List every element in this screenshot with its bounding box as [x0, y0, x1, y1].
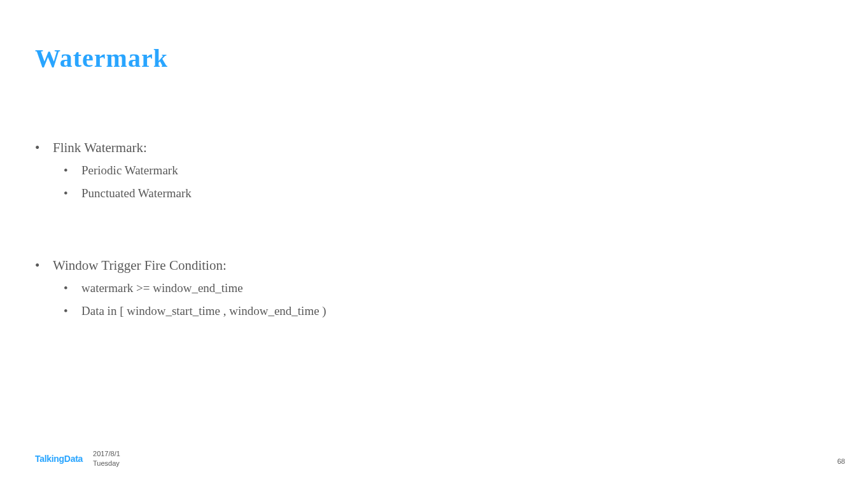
bullet-dot-icon: •	[35, 258, 53, 274]
bullet-dot-icon: •	[35, 140, 53, 156]
footer-day: Tuesday	[93, 459, 120, 468]
section2-heading: Window Trigger Fire Condition:	[53, 258, 227, 274]
bullet-item: • Periodic Watermark	[64, 164, 833, 178]
section1-item1: Punctuated Watermark	[81, 186, 192, 200]
section2-item1: Data in [ window_start_time , window_end…	[81, 304, 326, 318]
bullet-section2: • Window Trigger Fire Condition:	[35, 258, 833, 274]
slide-content: • Flink Watermark: • Periodic Watermark …	[35, 140, 833, 327]
footer-date: 2017/8/1	[93, 449, 120, 458]
bullet-item: • watermark >= window_end_time	[64, 281, 833, 295]
logo: TalkingData	[35, 454, 83, 464]
bullet-dot-icon: •	[64, 281, 81, 295]
section1-heading: Flink Watermark:	[53, 140, 147, 156]
bullet-dot-icon: •	[64, 186, 81, 200]
bullet-item: • Data in [ window_start_time , window_e…	[64, 304, 833, 318]
section1-item0: Periodic Watermark	[81, 164, 178, 178]
slide-footer: TalkingData 2017/8/1 Tuesday	[35, 449, 120, 468]
slide-title: Watermark	[35, 43, 168, 73]
bullet-section1: • Flink Watermark:	[35, 140, 833, 156]
bullet-item: • Punctuated Watermark	[64, 186, 833, 200]
page-number: 68	[837, 457, 845, 465]
bullet-dot-icon: •	[64, 164, 81, 178]
date-block: 2017/8/1 Tuesday	[93, 449, 120, 468]
bullet-dot-icon: •	[64, 304, 81, 318]
section2-item0: watermark >= window_end_time	[81, 281, 243, 295]
